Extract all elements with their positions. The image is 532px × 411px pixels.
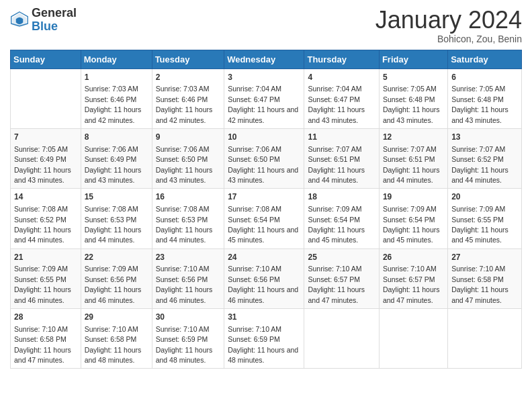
sunrise-text: Sunrise: 7:10 AMSunset: 6:56 PMDaylight:… <box>228 265 298 304</box>
calendar-header-wednesday: Wednesday <box>224 50 304 68</box>
day-number: 5 <box>383 72 444 83</box>
calendar-cell: 2Sunrise: 7:03 AMSunset: 6:46 PMDaylight… <box>152 68 224 128</box>
calendar-cell: 1Sunrise: 7:03 AMSunset: 6:46 PMDaylight… <box>81 68 152 128</box>
calendar-table: SundayMondayTuesdayWednesdayThursdayFrid… <box>10 50 522 369</box>
calendar-cell: 28Sunrise: 7:10 AMSunset: 6:58 PMDayligh… <box>11 309 81 369</box>
month-title: January 2024 <box>375 7 522 34</box>
calendar-cell: 10Sunrise: 7:06 AMSunset: 6:50 PMDayligh… <box>224 128 304 188</box>
day-number: 27 <box>451 252 518 263</box>
calendar-header-row: SundayMondayTuesdayWednesdayThursdayFrid… <box>11 50 522 68</box>
location-title: Bohicon, Zou, Benin <box>375 34 522 44</box>
sunrise-text: Sunrise: 7:09 AMSunset: 6:54 PMDaylight:… <box>383 205 440 244</box>
sunrise-text: Sunrise: 7:09 AMSunset: 6:55 PMDaylight:… <box>14 265 71 304</box>
calendar-cell: 19Sunrise: 7:09 AMSunset: 6:54 PMDayligh… <box>379 189 447 248</box>
sunrise-text: Sunrise: 7:05 AMSunset: 6:48 PMDaylight:… <box>383 85 440 124</box>
calendar-cell: 16Sunrise: 7:08 AMSunset: 6:53 PMDayligh… <box>152 189 224 248</box>
calendar-cell: 31Sunrise: 7:10 AMSunset: 6:59 PMDayligh… <box>224 309 304 369</box>
calendar-cell: 24Sunrise: 7:10 AMSunset: 6:56 PMDayligh… <box>224 248 304 308</box>
day-number: 24 <box>228 252 300 263</box>
sunrise-text: Sunrise: 7:08 AMSunset: 6:53 PMDaylight:… <box>85 205 142 244</box>
calendar-cell: 7Sunrise: 7:05 AMSunset: 6:49 PMDaylight… <box>11 128 81 188</box>
sunrise-text: Sunrise: 7:08 AMSunset: 6:53 PMDaylight:… <box>156 205 213 244</box>
day-number: 13 <box>451 132 518 143</box>
sunrise-text: Sunrise: 7:06 AMSunset: 6:50 PMDaylight:… <box>228 145 298 184</box>
sunrise-text: Sunrise: 7:10 AMSunset: 6:58 PMDaylight:… <box>85 325 142 364</box>
logo-general: General <box>32 7 77 20</box>
calendar-week-row: 21Sunrise: 7:09 AMSunset: 6:55 PMDayligh… <box>11 248 522 308</box>
sunrise-text: Sunrise: 7:07 AMSunset: 6:52 PMDaylight:… <box>451 145 508 184</box>
day-number: 26 <box>383 252 444 263</box>
calendar-cell: 21Sunrise: 7:09 AMSunset: 6:55 PMDayligh… <box>11 248 81 308</box>
sunrise-text: Sunrise: 7:10 AMSunset: 6:57 PMDaylight:… <box>383 265 440 304</box>
calendar-header-friday: Friday <box>379 50 447 68</box>
sunrise-text: Sunrise: 7:10 AMSunset: 6:59 PMDaylight:… <box>228 325 298 364</box>
title-block: January 2024 Bohicon, Zou, Benin <box>375 7 522 44</box>
day-number: 19 <box>383 191 444 203</box>
day-number: 16 <box>156 191 221 203</box>
logo-icon <box>10 11 29 30</box>
day-number: 23 <box>156 252 221 263</box>
calendar-cell <box>448 309 522 369</box>
calendar-cell: 15Sunrise: 7:08 AMSunset: 6:53 PMDayligh… <box>81 189 152 248</box>
calendar-cell: 25Sunrise: 7:10 AMSunset: 6:57 PMDayligh… <box>304 248 379 308</box>
day-number: 9 <box>156 132 221 143</box>
sunrise-text: Sunrise: 7:10 AMSunset: 6:56 PMDaylight:… <box>156 265 213 304</box>
calendar-cell <box>304 309 379 369</box>
calendar-cell <box>379 309 447 369</box>
sunrise-text: Sunrise: 7:10 AMSunset: 6:58 PMDaylight:… <box>14 325 71 364</box>
day-number: 4 <box>308 72 375 83</box>
day-number: 30 <box>156 312 221 323</box>
sunrise-text: Sunrise: 7:03 AMSunset: 6:46 PMDaylight:… <box>156 85 213 124</box>
sunrise-text: Sunrise: 7:07 AMSunset: 6:51 PMDaylight:… <box>308 145 365 184</box>
calendar-cell: 17Sunrise: 7:08 AMSunset: 6:54 PMDayligh… <box>224 189 304 248</box>
calendar-cell: 3Sunrise: 7:04 AMSunset: 6:47 PMDaylight… <box>224 68 304 128</box>
calendar-week-row: 14Sunrise: 7:08 AMSunset: 6:52 PMDayligh… <box>11 189 522 248</box>
calendar-cell <box>11 68 81 128</box>
day-number: 28 <box>14 312 77 323</box>
calendar-cell: 26Sunrise: 7:10 AMSunset: 6:57 PMDayligh… <box>379 248 447 308</box>
calendar-header-saturday: Saturday <box>448 50 522 68</box>
day-number: 20 <box>451 191 518 203</box>
day-number: 31 <box>228 312 300 323</box>
day-number: 7 <box>14 132 77 143</box>
sunrise-text: Sunrise: 7:10 AMSunset: 6:57 PMDaylight:… <box>308 265 365 304</box>
calendar-cell: 14Sunrise: 7:08 AMSunset: 6:52 PMDayligh… <box>11 189 81 248</box>
calendar-cell: 22Sunrise: 7:09 AMSunset: 6:56 PMDayligh… <box>81 248 152 308</box>
calendar-cell: 13Sunrise: 7:07 AMSunset: 6:52 PMDayligh… <box>448 128 522 188</box>
day-number: 6 <box>451 72 518 83</box>
sunrise-text: Sunrise: 7:06 AMSunset: 6:49 PMDaylight:… <box>85 145 142 184</box>
calendar-cell: 27Sunrise: 7:10 AMSunset: 6:58 PMDayligh… <box>448 248 522 308</box>
sunrise-text: Sunrise: 7:06 AMSunset: 6:50 PMDaylight:… <box>156 145 213 184</box>
day-number: 29 <box>85 312 148 323</box>
calendar-cell: 12Sunrise: 7:07 AMSunset: 6:51 PMDayligh… <box>379 128 447 188</box>
page-header: General Blue January 2024 Bohicon, Zou, … <box>10 7 522 44</box>
calendar-week-row: 28Sunrise: 7:10 AMSunset: 6:58 PMDayligh… <box>11 309 522 369</box>
day-number: 22 <box>85 252 148 263</box>
day-number: 10 <box>228 132 300 143</box>
day-number: 18 <box>308 191 375 203</box>
calendar-header-tuesday: Tuesday <box>152 50 224 68</box>
calendar-cell: 11Sunrise: 7:07 AMSunset: 6:51 PMDayligh… <box>304 128 379 188</box>
day-number: 2 <box>156 72 221 83</box>
calendar-header-monday: Monday <box>81 50 152 68</box>
calendar-header-sunday: Sunday <box>11 50 81 68</box>
sunrise-text: Sunrise: 7:07 AMSunset: 6:51 PMDaylight:… <box>383 145 440 184</box>
day-number: 3 <box>228 72 300 83</box>
sunrise-text: Sunrise: 7:09 AMSunset: 6:56 PMDaylight:… <box>85 265 142 304</box>
calendar-cell: 23Sunrise: 7:10 AMSunset: 6:56 PMDayligh… <box>152 248 224 308</box>
day-number: 1 <box>85 72 148 83</box>
sunrise-text: Sunrise: 7:08 AMSunset: 6:52 PMDaylight:… <box>14 205 71 244</box>
day-number: 12 <box>383 132 444 143</box>
calendar-cell: 4Sunrise: 7:04 AMSunset: 6:47 PMDaylight… <box>304 68 379 128</box>
sunrise-text: Sunrise: 7:10 AMSunset: 6:58 PMDaylight:… <box>451 265 508 304</box>
calendar-cell: 5Sunrise: 7:05 AMSunset: 6:48 PMDaylight… <box>379 68 447 128</box>
logo-text: General Blue <box>32 7 77 34</box>
calendar-cell: 30Sunrise: 7:10 AMSunset: 6:59 PMDayligh… <box>152 309 224 369</box>
sunrise-text: Sunrise: 7:09 AMSunset: 6:55 PMDaylight:… <box>451 205 508 244</box>
day-number: 25 <box>308 252 375 263</box>
sunrise-text: Sunrise: 7:05 AMSunset: 6:48 PMDaylight:… <box>451 85 508 124</box>
day-number: 8 <box>85 132 148 143</box>
sunrise-text: Sunrise: 7:08 AMSunset: 6:54 PMDaylight:… <box>228 205 298 244</box>
calendar-cell: 8Sunrise: 7:06 AMSunset: 6:49 PMDaylight… <box>81 128 152 188</box>
sunrise-text: Sunrise: 7:04 AMSunset: 6:47 PMDaylight:… <box>228 85 298 124</box>
